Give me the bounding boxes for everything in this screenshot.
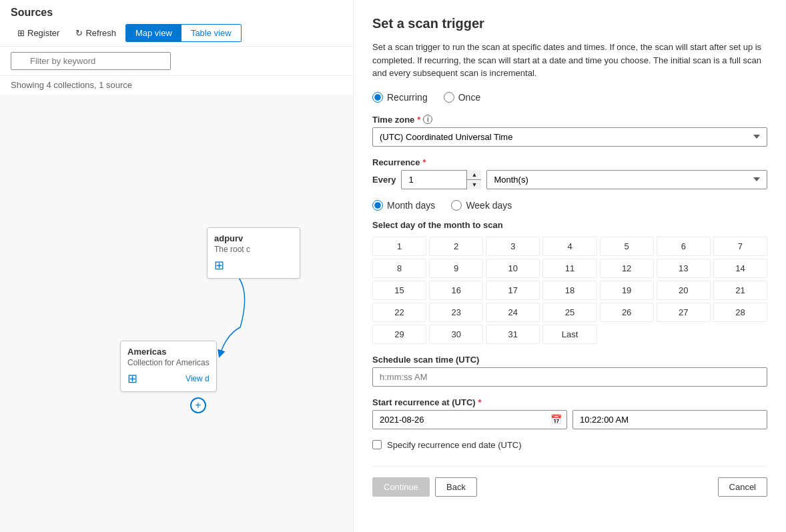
- cal-day-26[interactable]: 26: [600, 303, 654, 322]
- calendar-grid: 1234567891011121314151617181920212223242…: [372, 237, 767, 344]
- number-input-wrap: ▲ ▼: [401, 170, 481, 189]
- once-radio[interactable]: [444, 92, 454, 103]
- left-header: Sources ⊞ Register ↻ Refresh Map view Ta…: [0, 0, 353, 47]
- connector-svg: [0, 94, 353, 532]
- cal-day-2[interactable]: 2: [429, 237, 483, 256]
- start-recurrence-label: Start recurrence at (UTC) *: [372, 397, 767, 407]
- cal-day-8[interactable]: 8: [372, 259, 426, 278]
- recurring-option[interactable]: Recurring: [372, 92, 428, 103]
- end-date-checkbox-label[interactable]: Specify recurrence end date (UTC): [372, 440, 767, 450]
- cal-day-16[interactable]: 16: [429, 281, 483, 300]
- footer-buttons: Continue Back Cancel: [372, 466, 767, 497]
- cal-day-14[interactable]: 14: [713, 259, 767, 278]
- cal-day-24[interactable]: 24: [486, 303, 540, 322]
- left-panel: Sources ⊞ Register ↻ Refresh Map view Ta…: [0, 0, 354, 532]
- register-button[interactable]: ⊞ Register: [11, 25, 66, 41]
- cal-day-5[interactable]: 5: [600, 237, 654, 256]
- month-days-option[interactable]: Month days: [372, 200, 435, 211]
- cal-day-27[interactable]: 27: [657, 303, 711, 322]
- cal-day-1[interactable]: 1: [372, 237, 426, 256]
- grid-icon: ⊞: [17, 28, 25, 38]
- recurring-radio[interactable]: [372, 92, 383, 103]
- root-node-icon-row: ⊞: [214, 258, 293, 273]
- cal-day-20[interactable]: 20: [657, 281, 711, 300]
- root-node-title: adpurv: [214, 233, 293, 243]
- scan-time-group: Schedule scan time (UTC): [372, 355, 767, 387]
- cal-day-17[interactable]: 17: [486, 281, 540, 300]
- recurrence-group: Recurrence * Every ▲ ▼ Month(s) Day(s) W…: [372, 157, 767, 189]
- americas-node-title: Americas: [127, 347, 210, 357]
- root-grid-icon: ⊞: [214, 258, 224, 273]
- cal-day-6[interactable]: 6: [657, 237, 711, 256]
- start-recurrence-group: Start recurrence at (UTC) * 📅: [372, 397, 767, 429]
- timezone-label: Time zone * i: [372, 115, 767, 125]
- spinner-btns: ▲ ▼: [466, 170, 481, 189]
- cal-day-13[interactable]: 13: [657, 259, 711, 278]
- scan-time-label: Schedule scan time (UTC): [372, 355, 767, 365]
- cal-day-29[interactable]: 29: [372, 325, 426, 344]
- end-date-checkbox[interactable]: [372, 440, 382, 449]
- refresh-button[interactable]: ↻ Refresh: [69, 25, 123, 41]
- timezone-select[interactable]: (UTC) Coordinated Universal Time: [372, 127, 767, 147]
- cal-day-last[interactable]: Last: [542, 325, 597, 344]
- map-view-button[interactable]: Map view: [126, 25, 181, 41]
- cal-day-28[interactable]: 28: [713, 303, 767, 322]
- cal-day-25[interactable]: 25: [542, 303, 597, 322]
- cancel-button[interactable]: Cancel: [718, 477, 767, 497]
- cal-day-11[interactable]: 11: [542, 259, 597, 278]
- back-button[interactable]: Back: [435, 477, 477, 497]
- recurrence-row: Every ▲ ▼ Month(s) Day(s) Week(s): [372, 170, 767, 189]
- start-date-input[interactable]: [372, 410, 567, 429]
- cal-day-3[interactable]: 3: [486, 237, 540, 256]
- cal-day-9[interactable]: 9: [429, 259, 483, 278]
- period-select[interactable]: Month(s) Day(s) Week(s): [486, 170, 767, 189]
- americas-grid-icon: ⊞: [127, 371, 137, 386]
- add-node-button[interactable]: +: [190, 397, 206, 413]
- calendar-icon[interactable]: 📅: [550, 414, 562, 425]
- cal-day-30[interactable]: 30: [429, 325, 483, 344]
- filter-wrap: ⊘: [11, 52, 171, 70]
- right-panel: Set a scan trigger Set a scan trigger to…: [354, 0, 786, 532]
- sources-title: Sources: [11, 7, 342, 19]
- scan-time-input[interactable]: [372, 367, 767, 387]
- end-date-label: Specify recurrence end date (UTC): [387, 440, 522, 450]
- week-days-option[interactable]: Week days: [451, 200, 512, 211]
- table-view-button[interactable]: Table view: [181, 25, 241, 41]
- recurring-label: Recurring: [387, 92, 428, 103]
- month-days-label: Month days: [387, 200, 435, 211]
- cal-day-7[interactable]: 7: [713, 237, 767, 256]
- americas-node: Americas Collection for Americas ⊞ View …: [120, 341, 217, 392]
- month-days-radio[interactable]: [372, 200, 383, 211]
- cal-day-19[interactable]: 19: [600, 281, 654, 300]
- once-option[interactable]: Once: [444, 92, 480, 103]
- filter-bar: ⊘: [0, 47, 353, 76]
- spin-up-button[interactable]: ▲: [467, 170, 481, 180]
- americas-view-link[interactable]: View d: [185, 374, 210, 383]
- spin-down-button[interactable]: ▼: [467, 180, 481, 189]
- date-wrap: 📅: [372, 410, 567, 429]
- cal-day-18[interactable]: 18: [542, 281, 597, 300]
- cal-day-12[interactable]: 12: [600, 259, 654, 278]
- root-node: adpurv The root c ⊞: [207, 227, 300, 279]
- week-days-radio[interactable]: [451, 200, 462, 211]
- filter-input[interactable]: [11, 52, 171, 70]
- start-time-input[interactable]: [572, 410, 767, 429]
- americas-node-icon-row: ⊞ View d: [127, 371, 210, 386]
- cal-day-23[interactable]: 23: [429, 303, 483, 322]
- map-area: adpurv The root c ⊞ Americas Collection …: [0, 94, 353, 532]
- once-label: Once: [458, 92, 480, 103]
- cal-day-10[interactable]: 10: [486, 259, 540, 278]
- time-wrap: [572, 410, 767, 429]
- view-toggle: Map view Table view: [125, 24, 242, 42]
- cal-day-15[interactable]: 15: [372, 281, 426, 300]
- cal-day-31[interactable]: 31: [486, 325, 540, 344]
- day-type-group: Month days Week days: [372, 200, 767, 211]
- trigger-type-group: Recurring Once: [372, 92, 767, 103]
- cal-day-4[interactable]: 4: [542, 237, 597, 256]
- start-row: 📅: [372, 410, 767, 429]
- root-node-subtitle: The root c: [214, 245, 293, 254]
- timezone-info-icon[interactable]: i: [423, 115, 432, 124]
- cal-day-22[interactable]: 22: [372, 303, 426, 322]
- cal-day-21[interactable]: 21: [713, 281, 767, 300]
- continue-button[interactable]: Continue: [372, 477, 430, 497]
